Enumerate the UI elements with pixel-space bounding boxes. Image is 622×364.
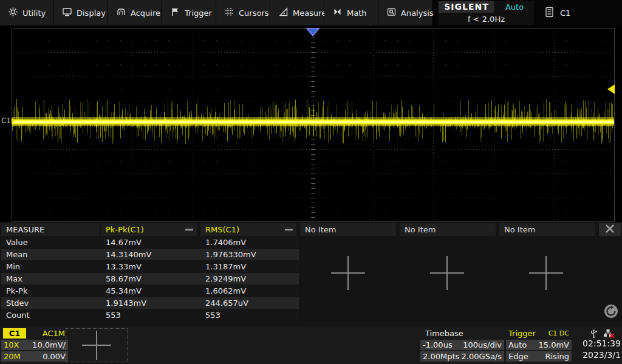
menu-item-measure[interactable]: Measure: [270, 0, 324, 25]
menu-item-label: Acquire: [131, 8, 160, 18]
measure-column-empty-2[interactable]: No Item: [400, 223, 496, 236]
remove-measurement-icon[interactable]: [185, 229, 193, 231]
stat-value: 14.3140mV: [106, 249, 151, 260]
menu-item-cursors[interactable]: Cursors: [216, 0, 270, 25]
system-date: 2023/3/1: [572, 350, 621, 360]
channel-name-chip: C1: [3, 328, 26, 339]
reset-statistics-button[interactable]: [604, 304, 618, 318]
timebase-row-1: -1.00us 100us/div: [420, 340, 504, 350]
measure-column-empty-3[interactable]: No Item: [499, 223, 595, 236]
menu-item-display[interactable]: Display: [54, 0, 108, 25]
table-row: Stdev 1.9143mV 244.657uV: [1, 297, 299, 309]
measure-column-pkpk[interactable]: Pk-Pk(C1): [101, 223, 197, 236]
close-icon: [605, 224, 615, 236]
trigger-flag-icon: [170, 7, 180, 19]
display-icon: [62, 7, 72, 19]
measure-icon: [278, 7, 289, 19]
menu-item-label: Measure: [293, 8, 326, 18]
oscilloscope-screen: { "menu": { "items": [ {"label": "Utilit…: [0, 0, 622, 364]
stat-value: 1.3187mV: [205, 261, 246, 272]
channel-scale-row: 10X 10.0mV/: [1, 340, 68, 350]
sample-rate: 2.00GSa/s: [462, 351, 502, 362]
waveform-display[interactable]: C1: [0, 28, 622, 222]
stat-value: 553: [205, 309, 220, 321]
table-row: Count 553 553: [1, 309, 299, 321]
channel-indicator-label: C1: [560, 8, 570, 18]
menu-item-utility[interactable]: Utility: [0, 0, 54, 25]
menu-item-label: Math: [347, 8, 367, 18]
stat-value: 244.657uV: [205, 297, 248, 309]
trigger-title: Trigger: [508, 328, 536, 339]
analysis-icon: [386, 7, 397, 19]
trigger-source-coupling: C1 DC: [549, 328, 569, 339]
acquisition-status-block: SIGLENT Auto f < 2.0Hz: [439, 1, 535, 25]
channel-coupling: AC1M: [43, 328, 65, 339]
trigger-position-marker[interactable]: [306, 28, 320, 37]
measure-column-empty-1[interactable]: No Item: [300, 223, 396, 236]
channel-indicator[interactable]: C1: [545, 0, 570, 25]
close-measure-panel-button[interactable]: [599, 223, 621, 236]
trigger-mode: Auto: [508, 340, 527, 350]
stat-value: 1.7406mV: [205, 237, 246, 248]
menu-item-label: Utility: [22, 8, 46, 18]
add-measurement-button[interactable]: [528, 255, 564, 291]
channel-baseline-marker[interactable]: C1: [1, 116, 16, 125]
gear-icon: [8, 7, 18, 19]
stat-value: 13.33mV: [106, 261, 142, 272]
stat-value: 45.34mV: [106, 285, 142, 297]
stat-value: 1.976330mV: [205, 249, 256, 260]
memory-depth: 2.00Mpts: [423, 351, 459, 362]
list-icon: [545, 7, 553, 19]
table-row: Pk-Pk 45.34mV 1.6062mV: [1, 285, 299, 297]
stat-label: Value: [6, 237, 28, 248]
menu-item-analysis[interactable]: Analysis: [378, 0, 432, 25]
stat-label: Count: [6, 309, 30, 321]
add-measurement-button[interactable]: [429, 255, 465, 291]
trigger-type: Edge: [508, 351, 528, 362]
plus-icon: [96, 331, 97, 360]
measure-column-label: Pk-Pk(C1): [106, 225, 144, 234]
acquisition-state-badge[interactable]: Auto: [495, 1, 534, 13]
stat-value: 2.9249mV: [205, 273, 246, 285]
timebase-title: Timebase: [425, 328, 463, 339]
timebase-scale: 100us/div: [463, 340, 502, 350]
stat-value: 14.67mV: [106, 237, 142, 248]
remove-measurement-icon[interactable]: [285, 229, 293, 231]
menu-item-math[interactable]: Math: [324, 0, 378, 25]
table-row: Value 14.67mV 1.7406mV: [1, 237, 299, 248]
trigger-row-2: Edge Rising: [506, 351, 572, 362]
add-channel-button[interactable]: [66, 328, 128, 362]
measure-column-rms[interactable]: RMS(C1): [200, 223, 296, 236]
menu-item-label: Cursors: [239, 8, 269, 18]
bandwidth-limit: 20M: [4, 351, 21, 362]
trigger-row-1: Auto 15.0mV: [506, 340, 572, 350]
stat-label: Min: [6, 261, 20, 272]
stat-value: 1.9143mV: [106, 297, 146, 309]
stat-value: 553: [106, 309, 121, 321]
probe-attenuation: 10X: [4, 340, 19, 350]
math-icon: [332, 7, 343, 19]
trigger-coupling: DC: [559, 329, 569, 337]
acquire-icon: [116, 7, 126, 19]
vertical-scale: 10.0mV/: [32, 340, 66, 350]
menu-item-label: Trigger: [185, 8, 212, 18]
measure-table-title: MEASURE: [1, 223, 100, 236]
trigger-info-panel[interactable]: Trigger C1 DC Auto 15.0mV Edge Rising: [506, 328, 572, 362]
channel-baseline-label: C1: [1, 116, 11, 125]
measure-column-label: RMS(C1): [205, 225, 239, 234]
table-row: Max 58.67mV 2.9249mV: [1, 273, 299, 285]
vertical-offset: 0.00V: [43, 351, 66, 362]
table-row: Min 13.33mV 1.3187mV: [1, 261, 299, 272]
stat-label: Mean: [6, 249, 27, 260]
stat-value: 58.67mV: [106, 273, 142, 285]
waveform-canvas: [0, 28, 622, 222]
timebase-panel[interactable]: Timebase -1.00us 100us/div 2.00Mpts 2.00…: [420, 328, 504, 362]
menu-item-trigger[interactable]: Trigger: [162, 0, 216, 25]
bottom-status-bar: C1 AC1M 10X 10.0mV/ 20M 0.00V Timebase -…: [0, 326, 622, 364]
menu-item-acquire[interactable]: Acquire: [108, 0, 162, 25]
channel-info-panel[interactable]: C1 AC1M 10X 10.0mV/ 20M 0.00V: [1, 328, 68, 362]
trigger-level: 15.0mV: [538, 340, 569, 350]
trigger-level-marker[interactable]: [607, 84, 615, 94]
add-measurement-button[interactable]: [330, 255, 366, 291]
table-row: Mean 14.3140mV 1.976330mV: [1, 249, 299, 260]
